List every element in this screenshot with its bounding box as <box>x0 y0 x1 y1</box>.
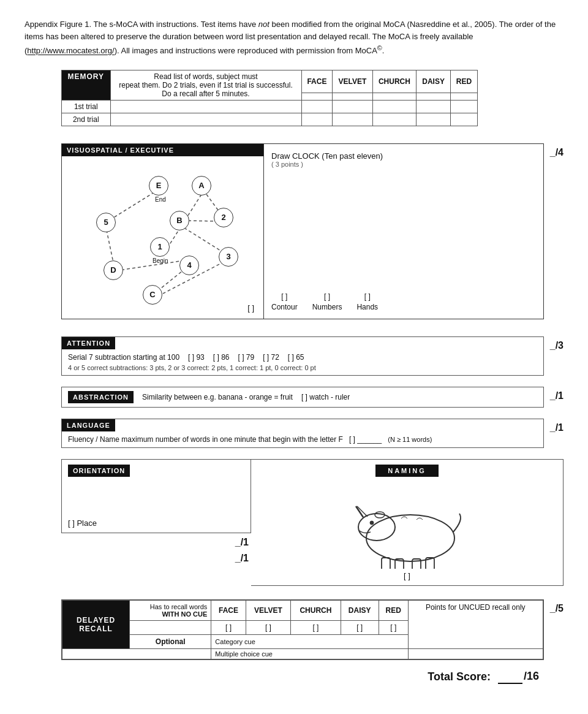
svg-line-8 <box>110 192 155 220</box>
delayed-recall-label: DELAYED RECALL <box>62 600 130 648</box>
rhino-illustration <box>346 483 469 569</box>
clock-contour: [ ] Contour <box>271 292 298 311</box>
node-1: 1 <box>150 237 170 257</box>
clock-section: Draw CLOCK (Ten past eleven) ( 3 points … <box>264 144 543 319</box>
no-cue-label <box>130 620 211 634</box>
orientation-section: ORIENTATION [ ] Place <box>61 459 251 533</box>
svg-point-15 <box>370 521 374 525</box>
abstraction-score: _/1 <box>544 387 564 401</box>
total-score-value: /16 <box>498 670 539 684</box>
clock-checkboxes: [ ] Contour [ ] Numbers [ ] Hands <box>271 292 536 311</box>
attention-label: ATTENTION <box>62 337 115 349</box>
attention-scoring: 4 or 5 correct subtractions: 3 pts, 2 or… <box>62 363 543 375</box>
svg-line-2 <box>184 221 219 221</box>
svg-point-10 <box>366 515 454 561</box>
clock-numbers: [ ] Numbers <box>312 292 342 311</box>
orientation-place: [ ] Place <box>68 518 244 528</box>
visuo-checkbox: [ ] <box>247 303 254 313</box>
node-A: A <box>192 176 211 196</box>
memory-row1-velvet <box>333 93 372 100</box>
naming-section: NAMING [ ] <box>251 459 564 586</box>
attention-score: _/3 <box>544 336 564 351</box>
delayed-church-box: [ ] <box>291 620 341 634</box>
memory-col-face: FACE <box>301 70 333 93</box>
memory-table: MEMORY Read list of words, subject must … <box>61 70 478 126</box>
clock-subtitle: ( 3 points ) <box>271 161 536 168</box>
abstraction-label: ABSTRACTION <box>68 391 134 403</box>
orient-naming-wrapper: ORIENTATION [ ] Place _/1 _/1 NAMING <box>61 459 564 586</box>
memory-row1-daisy2 <box>417 100 451 113</box>
memory-col-church: CHURCH <box>372 70 417 93</box>
delayed-col-velvet: VELVET <box>246 600 291 620</box>
delayed-col-church: CHURCH <box>291 600 341 620</box>
memory-col-velvet: VELVET <box>333 70 372 93</box>
visuospatial-diagram: E End A 5 B 2 1 Begin D 4 3 C <box>62 156 264 319</box>
delayed-recall-score: _/5 <box>544 599 564 614</box>
orientation-col: ORIENTATION [ ] Place _/1 _/1 <box>61 459 251 586</box>
memory-row1-daisy <box>417 93 451 100</box>
orientation-label: ORIENTATION <box>68 465 130 477</box>
naming-checkbox: [ ] <box>404 571 410 580</box>
total-score-label: Total Score: <box>428 670 491 683</box>
memory-row2-church <box>372 113 417 126</box>
language-row: Fluency / Name maximum number of words i… <box>62 431 543 447</box>
node-D: D <box>104 260 123 280</box>
memory-instruction: Read list of words, subject must repeat … <box>110 70 301 100</box>
node-5: 5 <box>96 213 116 232</box>
memory-row2-face <box>301 113 333 126</box>
trial-1-label: 1st trial <box>62 100 111 113</box>
memory-row2-trial <box>110 113 301 126</box>
delayed-col-daisy: DAISY <box>341 600 379 620</box>
language-score: _/1 <box>544 419 564 433</box>
memory-row1-face2 <box>301 100 333 113</box>
memory-col-daisy: DAISY <box>417 70 451 93</box>
node-E-label: End <box>155 196 166 203</box>
svg-line-6 <box>119 260 184 270</box>
node-2: 2 <box>214 208 233 227</box>
language-section: LANGUAGE Fluency / Name maximum number o… <box>61 419 544 448</box>
clock-hands: [ ] Hands <box>356 292 378 311</box>
node-1-label: Begin <box>153 257 168 264</box>
memory-label: MEMORY <box>62 70 111 100</box>
memory-row2-velvet <box>333 113 372 126</box>
node-C: C <box>143 285 162 305</box>
node-E: E <box>149 176 168 196</box>
multi-cue-label <box>62 648 211 659</box>
delayed-col-face: FACE <box>211 600 246 620</box>
delayed-daisy-box: [ ] <box>341 620 379 634</box>
abstraction-section: ABSTRACTION Similarity between e.g. bana… <box>61 387 544 408</box>
memory-row2-red <box>450 113 477 126</box>
language-label: LANGUAGE <box>62 419 115 431</box>
memory-row1-red <box>450 93 477 100</box>
svg-rect-16 <box>382 558 390 569</box>
orientation-scores: _/1 _/1 <box>61 533 251 564</box>
node-4: 4 <box>179 256 199 275</box>
delayed-instruction: Has to recall words WITH NO CUE <box>130 600 211 620</box>
svg-line-7 <box>106 227 114 265</box>
memory-row2-daisy <box>417 113 451 126</box>
memory-row1-church <box>372 93 417 100</box>
total-score-row: Total Score: /16 <box>61 670 564 684</box>
naming-label: NAMING <box>375 465 439 477</box>
memory-row1-velvet2 <box>333 100 372 113</box>
memory-row1-red2 <box>450 100 477 113</box>
delayed-face-box: [ ] <box>211 620 246 634</box>
multi-choice-row: Multiple choice cue <box>211 648 408 659</box>
memory-row1-face <box>301 93 333 100</box>
attention-row1: Serial 7 subtraction starting at 100 [ ]… <box>62 349 543 363</box>
node-3: 3 <box>219 247 238 267</box>
intro-text: Appendix Figure 1. The s-MoCA with instr… <box>24 18 564 58</box>
delayed-recall-table: DELAYED RECALL Has to recall words WITH … <box>62 600 543 659</box>
node-B: B <box>170 211 189 230</box>
visuospatial-label: VISUOSPATIAL / EXECUTIVE <box>62 144 263 156</box>
delayed-recall-section: DELAYED RECALL Has to recall words WITH … <box>61 599 544 660</box>
attention-section: ATTENTION Serial 7 subtraction starting … <box>61 336 544 376</box>
optional-label: Optional <box>130 634 211 648</box>
delayed-uncued-note: Points for UNCUED recall only <box>408 600 543 648</box>
memory-section: MEMORY Read list of words, subject must … <box>61 70 564 126</box>
clock-title: Draw CLOCK (Ten past eleven) <box>271 151 536 161</box>
category-cue-row: Category cue <box>211 634 408 648</box>
visuospatial-score: _/4 <box>544 143 564 158</box>
memory-col-red: RED <box>450 70 477 93</box>
delayed-col-red: RED <box>379 600 408 620</box>
